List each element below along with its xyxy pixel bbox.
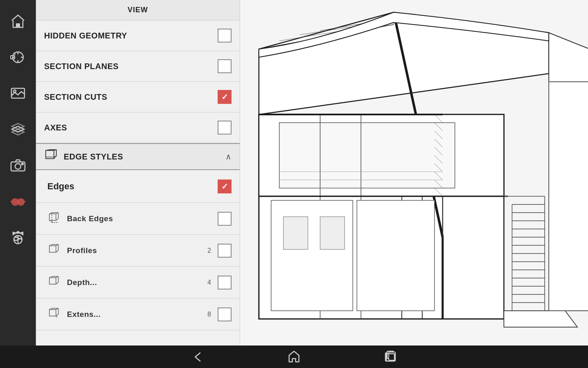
svg-rect-20 [49, 214, 56, 220]
edges-item[interactable]: Edges [36, 170, 240, 203]
depth-icon [48, 276, 60, 289]
sidebar-layers-btn[interactable] [0, 111, 36, 147]
svg-rect-35 [49, 278, 56, 284]
profiles-number: 2 [207, 247, 211, 254]
extens-checkbox[interactable] [218, 307, 232, 321]
section-planes-checkbox[interactable] [218, 59, 232, 73]
sidebar-image-btn[interactable] [0, 75, 36, 111]
extens-icon [48, 307, 60, 321]
section-cuts-item[interactable]: SECTION CUTS [36, 82, 240, 112]
view-panel: VIEW HIDDEN GEOMETRY SECTION PLANES SECT… [36, 0, 240, 346]
svg-point-7 [22, 163, 23, 165]
edges-label: Edges [47, 181, 218, 192]
svg-point-9 [18, 199, 24, 205]
section-planes-label: SECTION PLANES [44, 62, 218, 71]
svg-marker-103 [504, 311, 577, 327]
svg-rect-59 [279, 123, 455, 188]
depth-item[interactable]: Depth... 4 [36, 267, 240, 298]
depth-number: 4 [207, 279, 211, 286]
back-edges-label: Back Edges [67, 214, 218, 223]
svg-rect-11 [46, 150, 54, 159]
depth-label: Depth... [67, 278, 207, 287]
back-nav-btn[interactable] [190, 350, 205, 364]
axes-checkbox[interactable] [218, 121, 232, 135]
axes-item[interactable]: AXES [36, 112, 240, 143]
hidden-geometry-checkbox[interactable] [218, 29, 232, 43]
svg-rect-104 [549, 82, 588, 311]
section-cuts-label: SECTION CUTS [44, 92, 218, 102]
edge-styles-chevron: ∧ [225, 152, 232, 162]
svg-rect-87 [320, 217, 345, 249]
axes-label: AXES [44, 123, 218, 132]
back-edges-icon [48, 212, 60, 226]
icon-sidebar [0, 0, 36, 346]
home-nav-btn[interactable] [287, 350, 301, 364]
edges-checkbox[interactable] [218, 180, 232, 193]
hidden-geometry-item[interactable]: HIDDEN GEOMETRY [36, 20, 240, 51]
bottom-bar [0, 346, 588, 368]
profiles-icon [48, 244, 60, 258]
sidebar-glasses-btn[interactable] [0, 183, 36, 219]
viewport[interactable] [240, 0, 588, 346]
svg-point-6 [15, 164, 21, 169]
svg-rect-41 [49, 310, 56, 316]
back-edges-item[interactable]: Back Edges [36, 203, 240, 235]
depth-checkbox[interactable] [218, 276, 232, 289]
back-edges-checkbox[interactable] [218, 212, 232, 226]
recent-nav-btn[interactable] [383, 350, 398, 364]
profiles-checkbox[interactable] [218, 244, 232, 258]
profiles-item[interactable]: Profiles 2 [36, 235, 240, 267]
sidebar-globe-btn[interactable] [0, 219, 36, 255]
edge-styles-icon [44, 149, 58, 164]
svg-point-4 [13, 90, 16, 92]
svg-rect-86 [283, 217, 308, 249]
extens-number: 8 [207, 311, 211, 318]
svg-line-47 [56, 316, 57, 317]
edge-styles-label: EDGE STYLES [64, 152, 225, 162]
profiles-label: Profiles [67, 246, 207, 255]
panel-body: HIDDEN GEOMETRY SECTION PLANES SECTION C… [36, 20, 240, 346]
svg-rect-0 [16, 23, 20, 27]
panel-header: VIEW [36, 0, 240, 20]
sidebar-measure-btn[interactable] [0, 39, 36, 75]
extens-label: Extens... [67, 310, 207, 319]
section-planes-item[interactable]: SECTION PLANES [36, 51, 240, 82]
svg-rect-29 [49, 246, 56, 252]
sidebar-camera-btn[interactable] [0, 147, 36, 183]
extens-item[interactable]: Extens... 8 [36, 298, 240, 330]
hidden-geometry-label: HIDDEN GEOMETRY [44, 31, 218, 40]
svg-rect-85 [357, 200, 434, 311]
3d-view [240, 0, 588, 346]
sidebar-home-btn[interactable] [0, 3, 36, 39]
edge-styles-header[interactable]: EDGE STYLES ∧ [36, 143, 240, 170]
section-cuts-checkbox[interactable] [218, 90, 232, 104]
